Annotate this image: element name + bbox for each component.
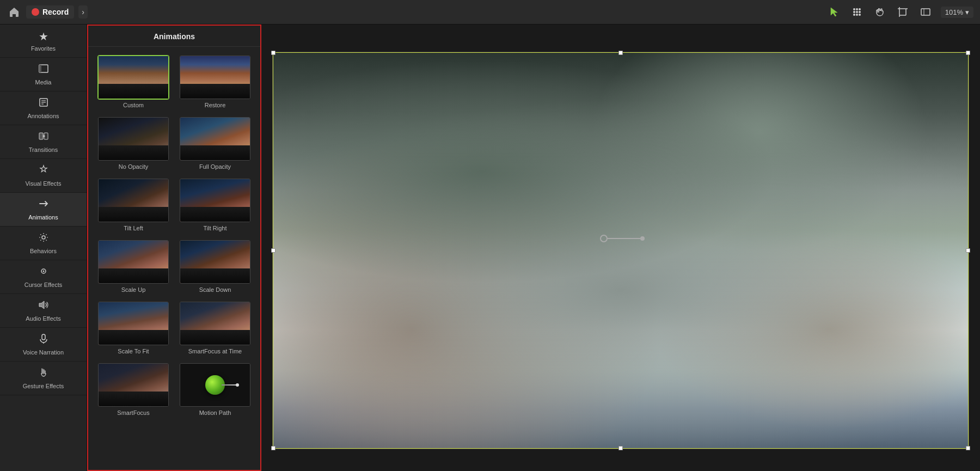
sidebar-label-voice-narration: Voice Narration (23, 349, 64, 356)
svg-point-25 (42, 236, 45, 239)
anim-label-smartfocus: SmartFocus (117, 409, 149, 416)
animations-panel-title: Animations (88, 26, 260, 47)
sidebar-item-visual-effects[interactable]: Visual Effects (0, 159, 87, 193)
motion-path-end-dot (236, 383, 239, 387)
svg-point-5 (856, 11, 858, 13)
zoom-control[interactable]: 101% ▾ (941, 7, 973, 18)
zoom-chevron-icon: ▾ (965, 8, 969, 16)
anim-thumb-img-scale-down (180, 241, 250, 283)
audio-effects-icon (38, 299, 49, 313)
svg-point-2 (856, 8, 858, 10)
anim-item-tilt-left[interactable]: Tilt Left (93, 174, 174, 236)
anim-item-no-opacity[interactable]: No Opacity (93, 113, 174, 174)
anim-thumbnail-motion-path (180, 363, 250, 407)
crop-icon[interactable] (895, 4, 910, 20)
sidebar-item-cursor-effects[interactable]: Cursor Effects (0, 260, 87, 294)
svg-point-1 (853, 8, 855, 10)
app-icon-green: ◼ (216, 334, 224, 342)
anim-label-tilt-left: Tilt Left (124, 225, 143, 231)
anim-thumb-img-tilt-right (180, 179, 250, 222)
sidebar-item-audio-effects[interactable]: Audio Effects (0, 294, 87, 328)
canvas-area (261, 25, 980, 471)
anim-thumb-img-scale-up (99, 241, 168, 283)
behaviors-icon (38, 232, 49, 246)
anim-thumb-img-full-opacity (180, 118, 250, 160)
canvas-image[interactable] (272, 52, 969, 449)
sf-icon-1: 🌐 (109, 395, 118, 404)
sidebar-item-voice-narration[interactable]: Voice Narration (0, 328, 87, 362)
anim-label-scale-to-fit: Scale To Fit (118, 348, 149, 354)
app-icon-appstore: 🅐 (196, 334, 205, 342)
canvas-size-icon[interactable] (918, 4, 933, 20)
favorites-icon: ★ (39, 30, 48, 43)
anim-item-restore[interactable]: Restore (174, 51, 256, 113)
anim-label-no-opacity: No Opacity (119, 163, 148, 170)
annotations-icon (38, 97, 49, 111)
anim-item-full-opacity[interactable]: Full Opacity (174, 113, 256, 174)
anim-item-scale-up[interactable]: Scale Up (93, 236, 174, 297)
anim-thumbnail-scale-down (180, 240, 250, 284)
record-button[interactable]: Record (26, 5, 74, 19)
gesture-effects-icon (38, 367, 49, 381)
sidebar-label-audio-effects: Audio Effects (26, 315, 61, 322)
anim-thumb-img-no-opacity (99, 118, 168, 160)
sidebar-item-behaviors[interactable]: Behaviors (0, 227, 87, 260)
sf-icon-3: ✓ (129, 395, 138, 404)
grid-icon[interactable] (849, 4, 865, 20)
anim-thumb-img-motion-path (180, 364, 250, 406)
anim-item-motion-path[interactable]: Motion Path (174, 359, 256, 420)
smartfocus-time-app-icons: 🅐 ◉ ◼ ◼ (196, 334, 234, 342)
record-label: Record (42, 8, 69, 16)
transitions-icon (38, 131, 49, 144)
sidebar-label-cursor-effects: Cursor Effects (24, 282, 63, 288)
animations-grid: Custom Restore No Opacity (88, 47, 260, 425)
anim-item-scale-down[interactable]: Scale Down (174, 236, 256, 297)
app-icon-dark: ◉ (206, 334, 215, 342)
sidebar-label-favorites: Favorites (31, 45, 56, 52)
sidebar-item-gesture-effects[interactable]: Gesture Effects (0, 362, 87, 395)
home-icon[interactable] (7, 4, 22, 20)
anim-item-custom[interactable]: Custom (93, 51, 174, 113)
sidebar-item-media[interactable]: Media (0, 58, 87, 91)
sf-icon-5: □ (149, 395, 157, 404)
top-bar: Record › (0, 0, 980, 25)
sidebar-item-annotations[interactable]: Annotations (0, 91, 87, 125)
svg-point-8 (856, 14, 858, 16)
canvas-scene (273, 52, 969, 449)
sidebar-label-behaviors: Behaviors (30, 248, 57, 254)
sidebar-label-annotations: Annotations (27, 113, 59, 119)
svg-point-27 (42, 271, 44, 272)
top-bar-right: 101% ▾ (826, 4, 973, 20)
svg-rect-18 (39, 65, 41, 72)
top-bar-left: Record › (7, 4, 88, 20)
sidebar-label-transitions: Transitions (29, 146, 58, 153)
expand-button[interactable]: › (78, 5, 88, 19)
anim-item-scale-to-fit[interactable]: Scale To Fit (93, 297, 174, 359)
svg-point-4 (853, 11, 855, 13)
sidebar: ★ Favorites Media Annotations (0, 25, 87, 471)
sidebar-item-favorites[interactable]: ★ Favorites (0, 25, 87, 58)
sidebar-label-gesture-effects: Gesture Effects (23, 383, 64, 389)
anim-thumbnail-tilt-left (98, 179, 169, 222)
motion-path-ball (205, 375, 225, 395)
sidebar-item-transitions[interactable]: Transitions (0, 125, 87, 159)
anim-item-tilt-right[interactable]: Tilt Right (174, 174, 256, 236)
sidebar-item-animations[interactable]: Animations (0, 193, 87, 227)
anim-item-smartfocus-at-time[interactable]: 🅐 ◉ ◼ ◼ SmartFocus at Time (174, 297, 256, 359)
anim-label-smartfocus-at-time: SmartFocus at Time (188, 348, 242, 354)
anim-thumb-img-scale-to-fit (99, 302, 168, 345)
anim-label-restore: Restore (205, 102, 226, 108)
svg-point-3 (859, 8, 861, 10)
cursor-tool-icon[interactable] (826, 4, 842, 20)
record-dot (32, 8, 39, 16)
anim-thumbnail-smartfocus-at-time: 🅐 ◉ ◼ ◼ (180, 302, 250, 345)
anim-label-custom: Custom (123, 102, 144, 108)
anim-thumb-img-smartfocus-at-time: 🅐 ◉ ◼ ◼ (180, 302, 250, 345)
hand-tool-icon[interactable] (872, 4, 887, 20)
motion-path-line (222, 384, 237, 386)
svg-rect-15 (921, 9, 930, 15)
visual-effects-icon (38, 164, 49, 178)
svg-point-6 (859, 11, 861, 13)
anim-item-smartfocus[interactable]: 🌐 ⚙ ✓ S □ SmartFocus (93, 359, 174, 420)
svg-marker-0 (831, 8, 837, 16)
